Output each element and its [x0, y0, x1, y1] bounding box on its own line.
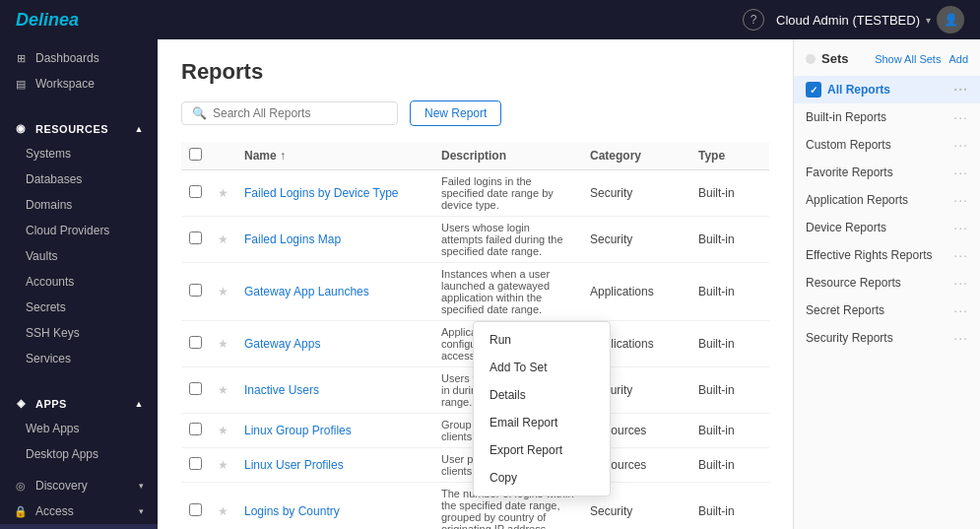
set-dots-icon[interactable]: ··· [953, 109, 968, 125]
star-icon[interactable]: ★ [218, 458, 229, 472]
set-dots-icon[interactable]: ··· [953, 192, 968, 208]
sidebar-item-reports[interactable]: 📊 Reports [0, 524, 158, 529]
table-row: ★ Failed Logins by Device Type Failed lo… [181, 170, 769, 217]
new-report-button[interactable]: New Report [410, 100, 501, 126]
star-icon[interactable]: ★ [218, 186, 229, 200]
col-header-description: Description [433, 142, 582, 170]
set-item-device-reports[interactable]: Device Reports ··· [794, 214, 980, 241]
row-checkbox[interactable] [189, 284, 202, 297]
sidebar-item-ssh-keys[interactable]: SSH Keys [0, 320, 158, 346]
context-menu-export-report[interactable]: Export Report [474, 436, 610, 464]
row-checkbox-cell [181, 217, 210, 263]
row-checkbox[interactable] [189, 457, 202, 470]
sidebar-item-desktop-apps[interactable]: Desktop Apps [0, 441, 158, 467]
set-dots-icon[interactable]: ··· [953, 220, 968, 235]
set-dots-icon[interactable]: ··· [953, 247, 968, 263]
resources-arrow: ▲ [135, 124, 144, 134]
row-checkbox[interactable] [189, 382, 202, 395]
set-item-all-reports[interactable]: ✓ All Reports ··· [794, 76, 980, 103]
set-item-application-reports[interactable]: Application Reports ··· [794, 186, 980, 214]
row-type: Built-in [690, 414, 769, 448]
reports-toolbar: 🔍 New Report [181, 100, 769, 126]
row-star-cell[interactable]: ★ [210, 170, 236, 217]
context-menu-email-report[interactable]: Email Report [474, 409, 610, 436]
set-item-label: Resource Reports [806, 276, 953, 290]
sidebar-item-systems[interactable]: Systems [0, 141, 158, 166]
help-icon[interactable]: ? [743, 9, 764, 31]
row-checkbox-cell [181, 448, 210, 483]
dashboards-icon: ⊞ [14, 52, 28, 65]
sidebar-label-workspace: Workspace [35, 77, 95, 91]
set-dots-icon[interactable]: ··· [953, 275, 968, 291]
sidebar-item-discovery[interactable]: ◎ Discovery ▾ [0, 473, 158, 498]
row-checkbox-cell [181, 170, 210, 217]
context-menu-copy[interactable]: Copy [474, 464, 610, 492]
sidebar-item-accounts[interactable]: Accounts [0, 269, 158, 295]
sidebar-item-workspace[interactable]: ▤ Workspace [0, 71, 158, 97]
topbar: Delinea ? Cloud Admin (TESTBED) ▾ 👤 [0, 0, 980, 39]
sidebar-item-domains[interactable]: Domains [0, 192, 158, 218]
sidebar-item-dashboards[interactable]: ⊞ Dashboards [0, 45, 158, 71]
search-box[interactable]: 🔍 [181, 101, 398, 125]
set-item-secret-reports[interactable]: Secret Reports ··· [794, 297, 980, 324]
sidebar-item-access[interactable]: 🔒 Access ▾ [0, 498, 158, 524]
set-item-built-in-reports[interactable]: Built-in Reports ··· [794, 103, 980, 131]
col-header-name[interactable]: Name ↑ [236, 142, 433, 170]
row-star-cell[interactable]: ★ [210, 263, 236, 321]
sets-title-label: Sets [821, 51, 848, 66]
show-all-sets-link[interactable]: Show All Sets [875, 53, 941, 65]
sidebar-item-resources[interactable]: ◉ Resources ▲ [0, 116, 158, 141]
star-icon[interactable]: ★ [218, 424, 229, 437]
star-icon[interactable]: ★ [218, 504, 229, 518]
app-layout: ⊞ Dashboards ▤ Workspace ◉ Resources ▲ S… [0, 39, 980, 529]
set-item-resource-reports[interactable]: Resource Reports ··· [794, 269, 980, 297]
sets-dot-icon [806, 54, 816, 64]
access-arrow: ▾ [139, 506, 144, 516]
row-checkbox[interactable] [189, 185, 202, 198]
row-star-cell[interactable]: ★ [210, 321, 236, 367]
row-star-cell[interactable]: ★ [210, 414, 236, 448]
sidebar-item-cloud-providers[interactable]: Cloud Providers [0, 218, 158, 243]
set-item-effective-rights-reports[interactable]: Effective Rights Reports ··· [794, 241, 980, 269]
set-dots-icon[interactable]: ··· [953, 302, 968, 318]
star-icon[interactable]: ★ [218, 383, 229, 397]
sidebar-item-secrets[interactable]: Secrets [0, 295, 158, 320]
sidebar-item-web-apps[interactable]: Web Apps [0, 416, 158, 441]
set-item-security-reports[interactable]: Security Reports ··· [794, 324, 980, 352]
star-icon[interactable]: ★ [218, 337, 229, 351]
set-dots-icon[interactable]: ··· [953, 82, 968, 98]
row-star-cell[interactable]: ★ [210, 448, 236, 483]
row-star-cell[interactable]: ★ [210, 483, 236, 530]
col-header-star [210, 142, 236, 170]
star-icon[interactable]: ★ [218, 232, 229, 246]
row-checkbox-cell [181, 483, 210, 530]
row-name: Failed Logins Map [236, 217, 433, 263]
set-dots-icon[interactable]: ··· [953, 165, 968, 180]
add-set-button[interactable]: Add [948, 53, 968, 65]
set-item-custom-reports[interactable]: Custom Reports ··· [794, 131, 980, 159]
set-dots-icon[interactable]: ··· [953, 137, 968, 153]
sidebar-item-vaults[interactable]: Vaults [0, 243, 158, 269]
row-checkbox[interactable] [189, 423, 202, 435]
discovery-icon: ◎ [14, 480, 28, 493]
row-star-cell[interactable]: ★ [210, 217, 236, 263]
sidebar-item-apps[interactable]: ◈ Apps ▲ [0, 391, 158, 416]
context-menu: Run Add To Set Details Email Report Expo… [473, 321, 611, 496]
row-checkbox[interactable] [189, 231, 202, 244]
set-item-favorite-reports[interactable]: Favorite Reports ··· [794, 159, 980, 186]
sidebar-item-databases[interactable]: Databases [0, 166, 158, 192]
search-input[interactable] [213, 106, 387, 120]
context-menu-add-to-set[interactable]: Add To Set [474, 354, 610, 381]
row-checkbox[interactable] [189, 503, 202, 516]
select-all-checkbox[interactable] [189, 148, 202, 161]
row-star-cell[interactable]: ★ [210, 367, 236, 414]
user-menu[interactable]: Cloud Admin (TESTBED) ▾ 👤 [776, 6, 964, 33]
set-dots-icon[interactable]: ··· [953, 330, 968, 346]
row-checkbox-cell [181, 321, 210, 367]
sidebar-item-services[interactable]: Services [0, 346, 158, 371]
sidebar-section-apps: ◈ Apps ▲ Web Apps Desktop Apps [0, 385, 158, 473]
row-checkbox[interactable] [189, 336, 202, 349]
context-menu-details[interactable]: Details [474, 381, 610, 409]
context-menu-run[interactable]: Run [474, 326, 610, 354]
star-icon[interactable]: ★ [218, 285, 229, 298]
